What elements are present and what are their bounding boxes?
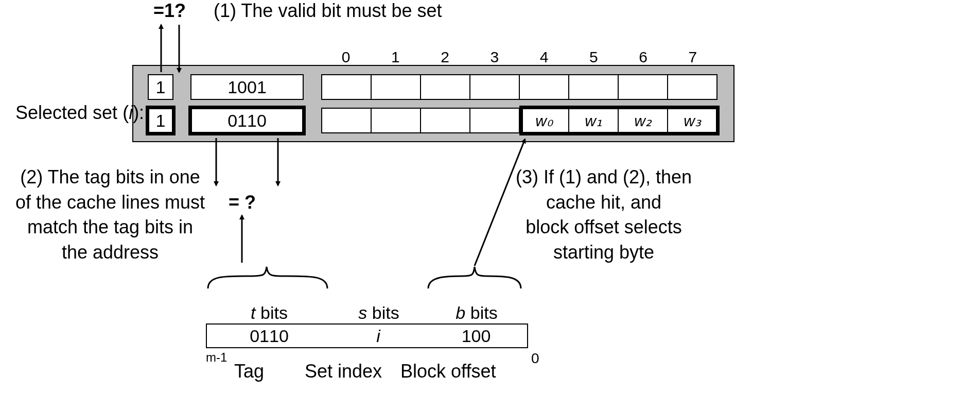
addr-offset-label: Block offset	[400, 361, 496, 382]
addr-tag-value: 0110	[206, 323, 332, 348]
byte-index: 7	[668, 48, 717, 66]
byte-index: 3	[470, 48, 519, 66]
selected-set-label: Selected set (i):	[15, 102, 144, 124]
row2-byte	[469, 108, 519, 133]
row1-byte	[321, 74, 371, 100]
row1-byte	[568, 74, 618, 100]
row2-byte	[321, 108, 371, 133]
row1-valid: 1	[148, 74, 173, 100]
addr-tag-label: Tag	[234, 361, 264, 382]
addr-msb-label: m-1	[206, 350, 227, 365]
t-bits-label: t bits	[206, 303, 332, 323]
row1-tag: 1001	[190, 74, 304, 100]
row1-byte	[420, 74, 469, 100]
byte-index: 5	[569, 48, 618, 66]
row1-byte-row	[321, 74, 717, 100]
byte-index: 4	[519, 48, 569, 66]
addr-set-label: Set index	[305, 361, 382, 382]
row1-byte	[519, 74, 568, 100]
condition-2-text: (2) The tag bits in one of the cache lin…	[7, 165, 213, 265]
byte-index: 1	[371, 48, 420, 66]
byte-index: 6	[619, 48, 668, 66]
row2-tag: 0110	[188, 106, 306, 135]
row2-byte: w₁	[568, 108, 618, 133]
tag-compare-label: = ?	[229, 192, 256, 213]
row1-byte	[469, 74, 519, 100]
byte-index: 2	[421, 48, 470, 66]
row2-byte: w₀	[519, 108, 568, 133]
row1-byte	[371, 74, 420, 100]
byte-index-row: 0 1 2 3 4 5 6 7	[321, 48, 717, 66]
valid-bit-check-label: =1?	[153, 0, 186, 22]
condition-3-text: (3) If (1) and (2), then cache hit, and …	[493, 165, 714, 265]
addr-offset-value: 100	[425, 323, 528, 348]
addr-set-value: i	[331, 323, 426, 348]
s-bits-label: s bits	[332, 303, 425, 323]
b-bits-label: b bits	[425, 303, 528, 323]
byte-index: 0	[321, 48, 371, 66]
row2-byte-row: w₀ w₁ w₂ w₃	[321, 108, 717, 133]
row1-byte	[618, 74, 667, 100]
row2-byte: w₂	[618, 108, 667, 133]
row2-valid: 1	[146, 106, 176, 135]
row2-byte	[371, 108, 420, 133]
row1-byte	[667, 74, 717, 100]
row2-byte	[420, 108, 469, 133]
row2-byte: w₃	[667, 108, 717, 133]
condition-1-text: (1) The valid bit must be set	[214, 0, 442, 22]
addr-lsb-label: 0	[531, 350, 539, 367]
